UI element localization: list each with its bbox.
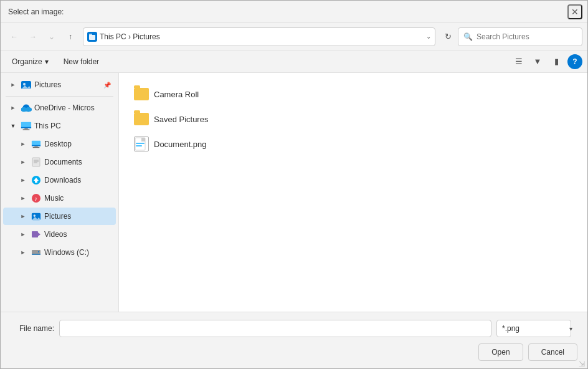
sidebar-label-pictures-sub: Pictures [44,212,71,221]
svg-rect-1 [89,34,92,36]
svg-rect-38 [136,145,142,146]
sidebar: ► Pictures 📌 ► OneDrive - Micros ▼ [1,73,119,312]
svg-rect-17 [33,147,40,148]
resize-handle[interactable]: ⇲ [579,360,586,367]
file-name-saved-pictures: Saved Pictures [154,115,208,124]
bottom-bar: File name: *.png *.jpg *.bmp *.gif *.tif… [1,312,587,368]
expand-icon: ► [18,211,28,221]
search-icon: 🔍 [463,32,473,41]
videos-icon [31,229,42,240]
sidebar-label-downloads: Downloads [44,176,81,184]
expand-icon: ► [18,139,28,149]
svg-text:♪: ♪ [34,195,37,202]
help-button[interactable]: ? [567,54,582,69]
downloads-icon [31,175,42,186]
back-button[interactable]: ← [6,28,23,46]
action-buttons-row: Open Cancel [11,343,577,361]
expand-icon: ► [18,229,28,239]
pictures-sub-icon [31,211,42,222]
sidebar-label-windows-c: Windows (C:) [44,248,89,257]
pin-icon: 📌 [103,82,111,89]
sidebar-item-thispc[interactable]: ▼ This PC [3,117,116,135]
sidebar-label-pictures: Pictures [34,80,61,89]
expand-icon: ► [18,175,28,185]
address-chevron[interactable]: ⌄ [426,33,431,40]
file-type-wrapper: *.png *.jpg *.bmp *.gif *.tiff [496,320,577,337]
file-name-label: File name: [11,324,54,333]
file-item-camera-roll[interactable]: Camera Roll [129,83,577,105]
desktop-icon [31,138,42,150]
svg-rect-16 [34,146,37,147]
expand-icon: ► [8,80,18,90]
svg-rect-0 [89,35,95,40]
file-name-document-png: Document.png [154,140,207,149]
svg-point-27 [34,214,36,217]
sidebar-item-downloads[interactable]: ► Downloads [3,171,116,189]
address-text: This PC › Pictures [100,32,424,41]
documents-icon [31,156,42,168]
svg-rect-18 [32,158,40,166]
view-options: ☰ ▼ ▮ [510,54,565,70]
open-button[interactable]: Open [478,343,523,361]
sidebar-item-onedrive[interactable]: ► OneDrive - Micros [3,99,116,117]
file-name-input[interactable] [59,320,491,337]
view-dropdown-button[interactable]: ▼ [529,54,546,70]
sidebar-item-windows-c[interactable]: ► Windows (C:) [3,244,116,261]
panel-view-button[interactable]: ▮ [548,54,565,70]
close-button[interactable]: ✕ [567,4,582,19]
pictures-icon [21,79,32,90]
search-box[interactable]: 🔍 [458,27,582,46]
main-content: ► Pictures 📌 ► OneDrive - Micros ▼ [1,73,587,312]
forward-button[interactable]: → [24,28,42,46]
sidebar-label-music: Music [44,194,64,203]
dropdown-icon: ▼ [534,57,542,66]
address-bar[interactable]: This PC › Pictures ⌄ [83,27,435,46]
file-name-row: File name: *.png *.jpg *.bmp *.gif *.tif… [11,320,577,337]
expand-icon: ► [18,157,28,167]
expand-icon: ▼ [8,121,18,131]
toolbar: Organize ▾ New folder ☰ ▼ ▮ ? [1,50,587,73]
sidebar-label-thispc: This PC [34,122,61,130]
sidebar-label-documents: Documents [44,158,82,166]
onedrive-icon [21,102,32,113]
list-view-button[interactable]: ☰ [510,54,528,70]
search-input[interactable] [477,32,577,41]
drive-icon [31,247,42,258]
file-item-document-png[interactable]: Document.png [129,133,577,155]
svg-rect-32 [32,254,40,255]
file-item-saved-pictures[interactable]: Saved Pictures [129,108,577,130]
address-icon [87,32,97,42]
svg-point-9 [25,107,32,112]
nav-bar: ← → ⌄ ↑ This PC › Pictures ⌄ ↻ 🔍 [1,23,587,50]
sidebar-item-pictures-pinned[interactable]: ► Pictures 📌 [3,76,116,93]
svg-rect-36 [141,138,145,141]
refresh-button[interactable]: ↻ [439,28,457,46]
new-folder-button[interactable]: New folder [57,54,105,70]
folder-icon [134,113,149,125]
svg-rect-37 [136,143,145,144]
svg-point-3 [23,83,26,85]
title-bar: Select an image: ✕ [1,1,587,23]
svg-rect-13 [23,129,30,130]
up-button[interactable]: ↑ [62,28,79,46]
sidebar-item-videos[interactable]: ► Videos [3,226,116,243]
sidebar-item-documents[interactable]: ► Documents [3,153,116,171]
svg-marker-30 [38,232,40,236]
file-grid: Camera Roll Saved Pictures [129,83,577,155]
sidebar-label-desktop: Desktop [44,140,72,148]
file-area: Camera Roll Saved Pictures [119,73,587,312]
dialog-title: Select an image: [8,7,64,16]
sidebar-label-videos: Videos [44,230,67,239]
sidebar-item-desktop[interactable]: ► Desktop [3,135,116,153]
file-type-select[interactable]: *.png *.jpg *.bmp *.gif *.tiff [496,320,571,337]
panel-icon: ▮ [554,57,559,66]
thispc-icon [21,120,32,132]
svg-rect-29 [32,231,38,237]
file-dialog: Select an image: ✕ ← → ⌄ ↑ This PC › Pic… [0,0,588,369]
sidebar-item-music[interactable]: ► ♪ Music [3,189,116,207]
dropdown-button[interactable]: ⌄ [43,28,60,46]
folder-icon [134,88,149,100]
organize-button[interactable]: Organize ▾ [6,54,55,70]
sidebar-item-pictures-sub[interactable]: ► Pictures [3,208,116,225]
cancel-button[interactable]: Cancel [528,343,577,361]
